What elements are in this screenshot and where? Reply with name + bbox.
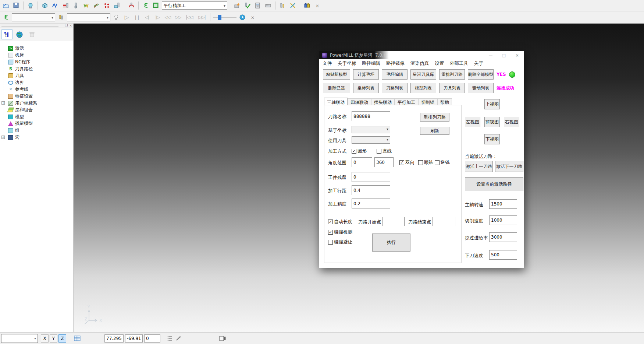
- menu-path-edit[interactable]: 路径编辑: [362, 60, 380, 67]
- checkbox[interactable]: [352, 149, 356, 154]
- sim-speed-slider[interactable]: [213, 14, 236, 21]
- close-button[interactable]: ×: [510, 51, 524, 59]
- refresh-button[interactable]: 刷新: [420, 127, 449, 135]
- toolpath-list-button[interactable]: 刀路列表: [382, 83, 408, 93]
- mode-circle-checkbox[interactable]: 圆形: [352, 148, 367, 154]
- climb-mill-checkbox[interactable]: 顺铣: [418, 159, 433, 166]
- tool-list-button[interactable]: 刀具列表: [439, 83, 465, 93]
- toolpath-list-icon[interactable]: [152, 1, 160, 10]
- tree-item-tool[interactable]: 刀具: [1, 72, 73, 79]
- close-panel-icon[interactable]: ×: [69, 24, 72, 27]
- view-front-button[interactable]: 前视图: [484, 117, 500, 127]
- checkbox[interactable]: [328, 220, 333, 224]
- angle-to-input[interactable]: [374, 157, 394, 167]
- stock-edit-button[interactable]: 毛坯编辑: [382, 69, 408, 80]
- go-start-icon[interactable]: |◁◁: [184, 13, 195, 22]
- tree-item-machine[interactable]: 机床: [1, 52, 73, 59]
- tool-pair-icon[interactable]: [278, 1, 287, 10]
- view-left-button[interactable]: 左视图: [465, 117, 480, 127]
- tree-item-pattern[interactable]: ✕参考线: [1, 86, 73, 93]
- toolpath-name-input[interactable]: [352, 111, 390, 121]
- stepover-input[interactable]: [352, 185, 390, 195]
- fast-forward-icon[interactable]: ▷▷: [174, 13, 182, 22]
- shaded-view-icon[interactable]: [26, 1, 35, 10]
- tool-check-icon[interactable]: [243, 1, 252, 10]
- explorer-grip[interactable]: ❐ ×: [0, 24, 73, 28]
- view-top-button[interactable]: 上视图: [484, 99, 500, 109]
- menu-render-sim[interactable]: 渲染仿真: [410, 60, 429, 67]
- tree-item-activate[interactable]: >激活: [1, 45, 73, 52]
- slider-handle[interactable]: [218, 15, 221, 20]
- angle-from-input[interactable]: [352, 157, 372, 167]
- minimize-button[interactable]: —: [484, 51, 497, 59]
- tolerance-input[interactable]: [352, 199, 390, 208]
- conventional-mill-checkbox[interactable]: 逆铣: [435, 159, 450, 166]
- menu-path-mirror[interactable]: 路径镜像: [386, 60, 405, 67]
- model-list-button[interactable]: 模型列表: [410, 83, 436, 93]
- tree-item-boundary[interactable]: 边界: [1, 79, 73, 86]
- expand-icon[interactable]: +: [1, 101, 5, 105]
- use-tool-combo[interactable]: ▾: [352, 136, 390, 144]
- tool-block-icon[interactable]: [113, 1, 121, 10]
- save-icon[interactable]: [12, 1, 21, 10]
- menu-settings[interactable]: 设置: [435, 60, 444, 67]
- tree-item-feature-set[interactable]: 特征设置: [1, 93, 73, 100]
- maximize-button[interactable]: □: [497, 51, 510, 59]
- checkbox[interactable]: [377, 149, 381, 154]
- coord-list-button[interactable]: 坐标列表: [353, 83, 379, 93]
- close-toolbar-icon[interactable]: ×: [248, 13, 257, 22]
- skim-feed-input[interactable]: [489, 232, 517, 242]
- rewind-icon[interactable]: ◁◁: [163, 13, 172, 22]
- rearrange-button[interactable]: 重排列刀路: [420, 113, 449, 122]
- toolbox-star-icon[interactable]: [233, 1, 242, 10]
- set-active-path-button[interactable]: 设置当前激活路径: [465, 177, 523, 191]
- tree-item-macro[interactable]: +宏: [1, 134, 73, 141]
- drive-list-button[interactable]: 驱动列表: [468, 83, 494, 93]
- sim-tool-combo[interactable]: ▾: [67, 13, 110, 21]
- activate-prev-toolpath-button[interactable]: 激活上一刀路: [465, 161, 493, 172]
- cutting-speed-input[interactable]: [489, 215, 517, 225]
- menu-external-tools[interactable]: 外部工具: [450, 60, 468, 67]
- float-panel-icon[interactable]: ❐: [65, 24, 68, 27]
- go-end-icon[interactable]: ▷▷|: [196, 13, 207, 22]
- checkbox[interactable]: [418, 160, 423, 165]
- ball-tool-icon[interactable]: [71, 1, 80, 10]
- axis-x-button[interactable]: X: [41, 334, 49, 343]
- checkbox[interactable]: [328, 230, 333, 235]
- tree-view-icon[interactable]: [1, 29, 13, 39]
- bulb-icon[interactable]: [112, 13, 121, 22]
- boundary-w-icon[interactable]: [82, 1, 90, 10]
- view-right-button[interactable]: 右视图: [504, 117, 519, 127]
- grid-icon[interactable]: [73, 334, 82, 343]
- based-coord-combo[interactable]: ▾: [352, 126, 390, 133]
- clock-icon[interactable]: [238, 13, 247, 22]
- menu-about[interactable]: 关于: [474, 60, 483, 67]
- tools-icon[interactable]: [57, 13, 65, 22]
- expand-icon[interactable]: +: [1, 136, 5, 139]
- ruler-icon[interactable]: [264, 1, 273, 10]
- delete-selected-button[interactable]: 删除已选: [323, 83, 350, 93]
- sim-toolpath-combo[interactable]: ▾: [12, 13, 55, 21]
- dialog-titlebar[interactable]: PowerMILL 忆梦星河 7.0.6 — □ ×: [319, 51, 524, 59]
- open-file-icon[interactable]: [1, 1, 10, 10]
- close-toolbar-icon[interactable]: ×: [313, 1, 322, 10]
- paste-model-button[interactable]: 粘贴新模型: [323, 69, 350, 80]
- pattern-pencil-icon[interactable]: [92, 1, 101, 10]
- step-forward-icon[interactable]: |▷: [153, 13, 162, 22]
- block-icon[interactable]: [40, 1, 49, 10]
- transform-arrows-icon[interactable]: [288, 1, 297, 10]
- menu-coords[interactable]: 关于坐标: [338, 60, 356, 67]
- tree-item-group[interactable]: 组: [1, 127, 73, 134]
- collision-arc-icon[interactable]: [127, 1, 136, 10]
- compute-stock-button[interactable]: 计算毛坯: [353, 69, 379, 80]
- zlevel-icon[interactable]: [61, 1, 70, 10]
- active-toolpath-combo[interactable]: 平行精加工 ▾: [162, 1, 227, 10]
- tree-item-nc-program[interactable]: NC程序: [1, 59, 73, 66]
- delete-all-models-button[interactable]: 删除全部模型: [468, 69, 494, 80]
- spindle-speed-input[interactable]: [489, 199, 517, 209]
- activate-next-toolpath-button[interactable]: 激活下一刀路: [495, 161, 523, 172]
- tree-item-toolpath[interactable]: S刀具路径: [1, 66, 73, 73]
- end-point-input[interactable]: [433, 217, 455, 226]
- axis-z-button[interactable]: Z: [58, 334, 66, 343]
- play-icon[interactable]: ▷: [122, 13, 131, 22]
